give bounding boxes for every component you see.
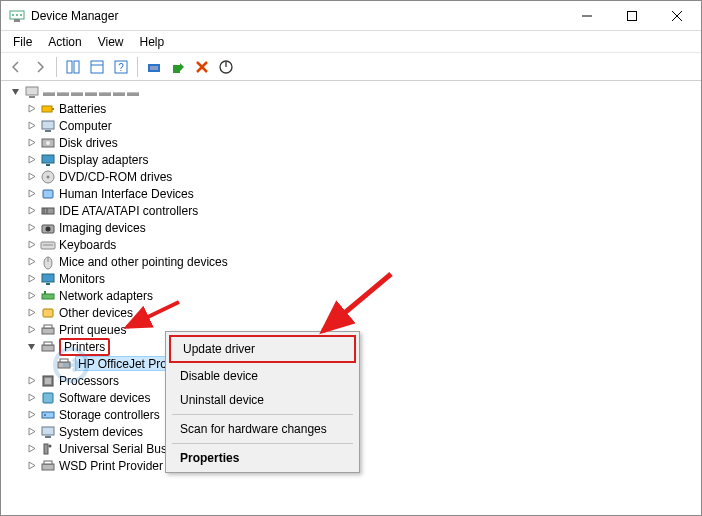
chevron-right-icon[interactable]: [25, 460, 37, 472]
chevron-right-icon[interactable]: [25, 307, 37, 319]
tree-category-label: WSD Print Provider: [59, 459, 163, 473]
forward-button[interactable]: [29, 56, 51, 78]
chevron-right-icon[interactable]: [25, 154, 37, 166]
uninstall-button[interactable]: [191, 56, 213, 78]
svg-text:?: ?: [118, 62, 124, 73]
device-category-icon: [40, 441, 56, 457]
svg-rect-25: [42, 121, 54, 129]
chevron-right-icon[interactable]: [25, 392, 37, 404]
chevron-right-icon[interactable]: [25, 409, 37, 421]
svg-rect-43: [42, 274, 54, 282]
update-driver-button[interactable]: [167, 56, 189, 78]
tree-category-label: Monitors: [59, 272, 105, 286]
chevron-down-icon[interactable]: [9, 86, 21, 98]
help-button[interactable]: ?: [110, 56, 132, 78]
ctx-properties[interactable]: Properties: [168, 446, 357, 470]
tree-category[interactable]: Disk drives: [7, 134, 695, 151]
tree-category[interactable]: Imaging devices: [7, 219, 695, 236]
tree-category[interactable]: Computer: [7, 117, 695, 134]
svg-rect-64: [44, 461, 52, 464]
tree-category[interactable]: DVD/CD-ROM drives: [7, 168, 695, 185]
svg-point-62: [49, 444, 52, 447]
chevron-right-icon[interactable]: [25, 103, 37, 115]
chevron-right-icon[interactable]: [25, 443, 37, 455]
ctx-uninstall-device[interactable]: Uninstall device: [168, 388, 357, 412]
chevron-right-icon[interactable]: [25, 239, 37, 251]
tree-category[interactable]: Human Interface Devices: [7, 185, 695, 202]
ctx-scan-hardware[interactable]: Scan for hardware changes: [168, 417, 357, 441]
tree-category-label: Processors: [59, 374, 119, 388]
chevron-right-icon[interactable]: [25, 205, 37, 217]
chevron-right-icon[interactable]: [25, 273, 37, 285]
device-category-icon: [40, 458, 56, 474]
chevron-right-icon[interactable]: [25, 188, 37, 200]
menu-view[interactable]: View: [90, 33, 132, 51]
ctx-separator: [172, 443, 353, 444]
svg-rect-59: [42, 427, 54, 435]
tree-root[interactable]: ▬▬▬▬▬▬▬: [7, 83, 695, 100]
tree-category[interactable]: Display adapters: [7, 151, 695, 168]
device-category-icon: [40, 390, 56, 406]
close-button[interactable]: [654, 2, 699, 30]
tree-category-label: Print queues: [59, 323, 126, 337]
chevron-right-icon[interactable]: [25, 324, 37, 336]
menu-help[interactable]: Help: [132, 33, 173, 51]
tree-category-label: System devices: [59, 425, 143, 439]
tree-category-label: Mice and other pointing devices: [59, 255, 228, 269]
device-category-icon: [40, 101, 56, 117]
svg-rect-63: [42, 464, 54, 470]
ctx-separator: [172, 414, 353, 415]
minimize-button[interactable]: [564, 2, 609, 30]
tree-category[interactable]: Network adapters: [7, 287, 695, 304]
menubar: File Action View Help: [1, 31, 701, 53]
chevron-right-icon[interactable]: [25, 256, 37, 268]
window-title: Device Manager: [31, 9, 564, 23]
scan-hardware-button[interactable]: [143, 56, 165, 78]
chevron-right-icon[interactable]: [25, 120, 37, 132]
tree-category[interactable]: Batteries: [7, 100, 695, 117]
ctx-disable-device[interactable]: Disable device: [168, 364, 357, 388]
chevron-down-icon[interactable]: [25, 341, 37, 353]
device-category-icon: [40, 339, 56, 355]
tree-category[interactable]: Keyboards: [7, 236, 695, 253]
tree-category-label: DVD/CD-ROM drives: [59, 170, 172, 184]
toolbar-separator: [56, 57, 57, 77]
tree-category-label: Storage controllers: [59, 408, 160, 422]
toolbar: ?: [1, 53, 701, 81]
chevron-right-icon[interactable]: [25, 290, 37, 302]
maximize-button[interactable]: [609, 2, 654, 30]
chevron-right-icon[interactable]: [25, 137, 37, 149]
properties-button[interactable]: [86, 56, 108, 78]
svg-rect-44: [46, 283, 50, 285]
tree-category[interactable]: Monitors: [7, 270, 695, 287]
device-category-icon: [40, 186, 56, 202]
tree-category[interactable]: Mice and other pointing devices: [7, 253, 695, 270]
svg-rect-10: [74, 61, 79, 73]
back-button[interactable]: [5, 56, 27, 78]
tree-category[interactable]: Other devices: [7, 304, 695, 321]
chevron-right-icon[interactable]: [25, 426, 37, 438]
menu-action[interactable]: Action: [40, 33, 89, 51]
tree-category-label: Disk drives: [59, 136, 118, 150]
show-hide-tree-button[interactable]: [62, 56, 84, 78]
chevron-right-icon[interactable]: [25, 222, 37, 234]
chevron-right-icon[interactable]: [25, 171, 37, 183]
svg-rect-46: [44, 291, 46, 294]
tree-category-label: Network adapters: [59, 289, 153, 303]
svg-rect-52: [58, 362, 70, 368]
menu-file[interactable]: File: [5, 33, 40, 51]
tree-category-label: Keyboards: [59, 238, 116, 252]
svg-rect-26: [45, 130, 51, 132]
tree-category[interactable]: IDE ATA/ATAPI controllers: [7, 202, 695, 219]
svg-rect-60: [45, 436, 51, 438]
svg-rect-55: [45, 378, 51, 384]
tree-category-label: Printers: [59, 338, 110, 356]
svg-rect-9: [67, 61, 72, 73]
svg-rect-11: [91, 61, 103, 73]
chevron-right-icon[interactable]: [25, 375, 37, 387]
disable-button[interactable]: [215, 56, 237, 78]
ctx-update-driver[interactable]: Update driver: [169, 335, 356, 363]
svg-rect-6: [627, 11, 636, 20]
tree-category-label: Computer: [59, 119, 112, 133]
svg-rect-48: [42, 328, 54, 334]
